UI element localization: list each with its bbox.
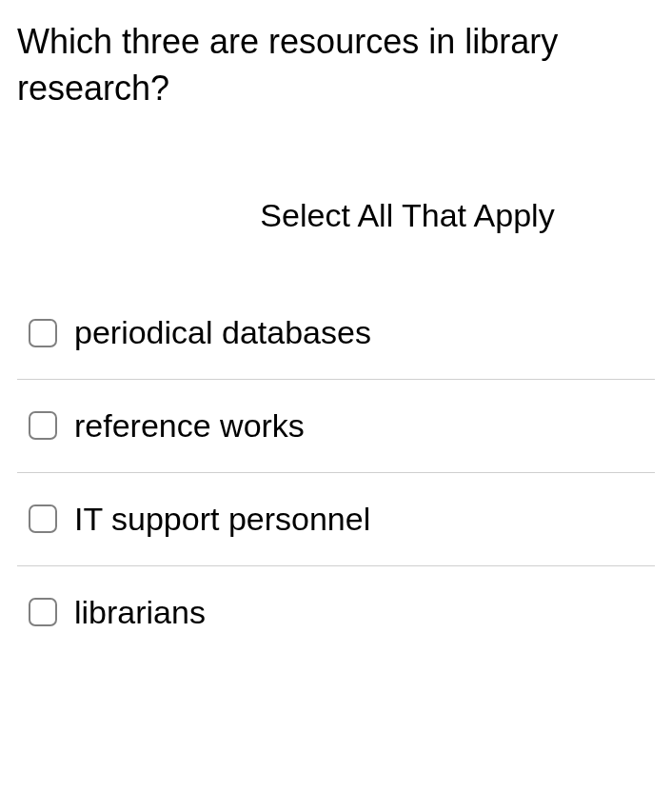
option-row[interactable]: reference works [17,380,655,473]
option-label: reference works [74,406,305,445]
option-label: periodical databases [74,313,371,352]
option-row[interactable]: librarians [17,566,655,659]
checkbox-icon[interactable] [29,598,57,626]
checkbox-icon[interactable] [29,411,57,440]
option-row[interactable]: IT support personnel [17,473,655,566]
checkbox-icon[interactable] [29,319,57,347]
option-row[interactable]: periodical databases [17,287,655,380]
option-label: librarians [74,593,206,632]
question-text: Which three are resources in library res… [17,19,655,111]
checkbox-icon[interactable] [29,504,57,533]
instruction-text: Select All That Apply [17,197,655,234]
option-label: IT support personnel [74,500,370,539]
options-list: periodical databases reference works IT … [17,287,655,658]
